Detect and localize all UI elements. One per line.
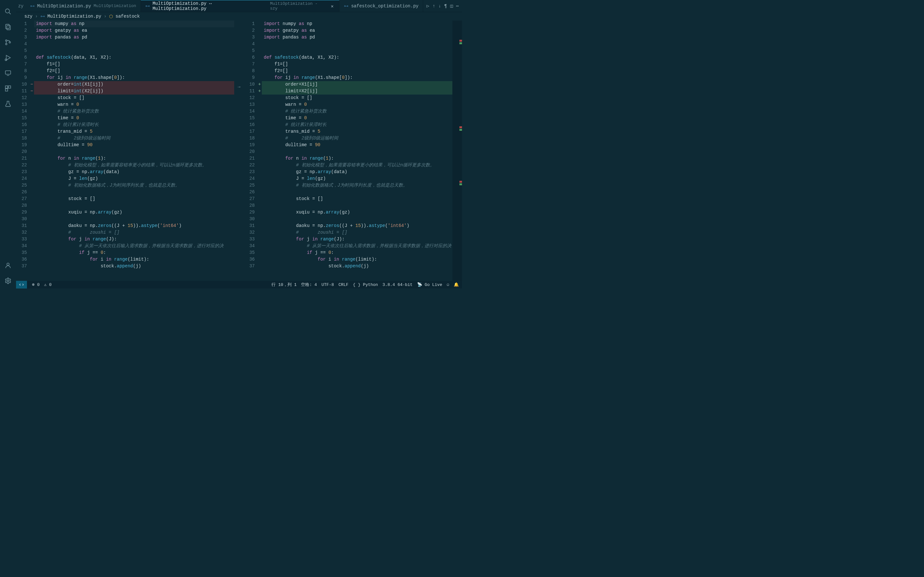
diff-right-pane[interactable]: 1234567891011121314151617181920212223242… — [244, 21, 462, 281]
remote-explorer-icon[interactable] — [3, 69, 13, 77]
status-notifications-icon[interactable]: 🔔 — [454, 282, 459, 287]
code-line[interactable]: dulltime = 90 — [34, 142, 234, 148]
breadcrumb-folder[interactable]: szy — [24, 14, 32, 19]
prev-change-icon[interactable]: ↑ — [433, 3, 435, 9]
code-line[interactable] — [262, 41, 452, 47]
code-line[interactable]: J = len(gz) — [34, 175, 234, 182]
code-line[interactable]: gz = np.array(data) — [262, 169, 452, 175]
code-left[interactable]: import numpy as npimport geatpy as eaimp… — [34, 21, 234, 281]
code-line[interactable]: xuqiu = np.array(gz) — [262, 209, 452, 216]
code-line[interactable]: order=X1[ij] — [262, 81, 452, 88]
code-line[interactable]: trans_mid = 5 — [262, 128, 452, 135]
split-editor-icon[interactable]: ◫ — [450, 3, 453, 9]
test-icon[interactable] — [3, 99, 13, 108]
status-indent[interactable]: 空格: 4 — [301, 282, 317, 287]
code-line[interactable]: stock.append(j) — [34, 263, 234, 269]
code-line[interactable]: for ij in range(X1.shape[0]): — [34, 74, 234, 81]
tab-diff-multioptimization[interactable]: ⧟ MultiOptimization.py ↔ MultiOptimizati… — [141, 0, 339, 12]
status-eol[interactable]: CRLF — [338, 282, 349, 287]
minimap[interactable] — [452, 21, 462, 281]
code-line[interactable]: if j == 0: — [34, 250, 234, 256]
status-feedback-icon[interactable]: ☺ — [447, 282, 449, 287]
source-control-icon[interactable] — [3, 38, 13, 47]
code-line[interactable] — [34, 202, 234, 209]
status-errors[interactable]: ⊗ 0 — [32, 282, 39, 287]
code-line[interactable]: # 初始化模型，如果需要容错率更小的结果，可以让n循环更多次数。 — [34, 162, 234, 169]
code-line[interactable]: xuqiu = np.array(gz) — [34, 209, 234, 216]
code-line[interactable]: import pandas as pd — [262, 34, 452, 41]
status-language[interactable]: { } Python — [353, 282, 378, 287]
code-line[interactable]: # 从第一天依次往后输入需求数据，并根据当天需求数据，进行对应的决 — [34, 243, 234, 250]
account-icon[interactable] — [3, 261, 13, 270]
code-line[interactable]: import geatpy as ea — [34, 27, 234, 34]
code-line[interactable]: for n in range(1): — [262, 155, 452, 162]
code-line[interactable]: def safestock(data, X1, X2): — [34, 54, 234, 61]
code-line[interactable]: # 2级到3级运输时间 — [262, 135, 452, 142]
code-line[interactable]: import pandas as pd — [34, 34, 234, 41]
search-icon[interactable] — [3, 7, 13, 16]
code-line[interactable]: stock = [] — [262, 195, 452, 202]
code-line[interactable]: # 初始化模型，如果需要容错率更小的结果，可以让n循环更多次数。 — [262, 162, 452, 169]
explorer-icon[interactable] — [3, 23, 13, 31]
code-line[interactable]: stock.append(j) — [262, 263, 452, 269]
status-go-live[interactable]: 📡 Go Live — [417, 282, 442, 287]
code-right[interactable]: import numpy as npimport geatpy as eaimp… — [262, 21, 452, 281]
tab-multioptimization[interactable]: ⧟ MultiOptimization.py MultiOptimization — [26, 0, 141, 12]
code-line[interactable] — [262, 216, 452, 222]
more-icon[interactable]: ⋯ — [456, 3, 459, 9]
code-line[interactable]: time = 0 — [34, 115, 234, 121]
status-warnings[interactable]: ⚠ 0 — [44, 282, 51, 287]
code-line[interactable] — [34, 47, 234, 54]
diff-left-pane[interactable]: 1234567891011121314151617181920212223242… — [16, 21, 234, 281]
code-line[interactable] — [34, 41, 234, 47]
code-line[interactable]: # 2级到3级运输时间 — [34, 135, 234, 142]
code-line[interactable]: # 统计累计呆滞时长 — [262, 121, 452, 128]
code-line[interactable] — [262, 202, 452, 209]
code-line[interactable]: warn = 0 — [34, 101, 234, 108]
code-line[interactable] — [262, 189, 452, 195]
code-line[interactable]: # 统计紧急补货次数 — [34, 108, 234, 115]
code-line[interactable]: for j in range(J): — [34, 236, 234, 243]
code-line[interactable]: f2=[] — [262, 68, 452, 74]
code-line[interactable]: # zoushi = [] — [262, 229, 452, 236]
next-change-icon[interactable]: ↓ — [438, 3, 441, 9]
code-line[interactable]: f1=[] — [262, 61, 452, 68]
diff-action-arrow[interactable]: → — [234, 21, 244, 281]
code-line[interactable]: # 统计累计呆滞时长 — [34, 121, 234, 128]
code-line[interactable]: # 从第一天依次往后输入需求数据，并根据当天需求数据，进行对应的决 — [262, 243, 452, 250]
code-line[interactable]: import geatpy as ea — [262, 27, 452, 34]
code-line[interactable]: trans_mid = 5 — [34, 128, 234, 135]
close-icon[interactable]: ✕ — [330, 3, 335, 9]
code-line[interactable]: daoku = np.zeros((J + 15)).astype('int64… — [34, 222, 234, 229]
code-line[interactable]: stock = [] — [262, 95, 452, 101]
breadcrumb[interactable]: szy › ⧟ MultiOptimization.py › ⬡ safesto… — [16, 12, 462, 21]
code-line[interactable] — [262, 148, 452, 155]
code-line[interactable] — [34, 189, 234, 195]
code-line[interactable]: for n in range(1): — [34, 155, 234, 162]
code-line[interactable]: # 统计紧急补货次数 — [262, 108, 452, 115]
code-line[interactable]: def safestock(data, X1, X2): — [262, 54, 452, 61]
code-line[interactable]: import numpy as np — [262, 21, 452, 27]
code-line[interactable]: for ij in range(X1.shape[0]): — [262, 74, 452, 81]
code-line[interactable]: for i in range(limit): — [262, 256, 452, 263]
code-line[interactable]: dulltime = 90 — [262, 142, 452, 148]
code-line[interactable]: limit=X2[ij] — [262, 88, 452, 95]
remote-indicator[interactable] — [16, 281, 27, 288]
code-line[interactable]: stock = [] — [34, 95, 234, 101]
status-encoding[interactable]: UTF-8 — [321, 282, 334, 287]
code-line[interactable] — [34, 216, 234, 222]
code-line[interactable]: order=int(X1[ij]) — [34, 81, 234, 88]
code-line[interactable]: # zoushi = [] — [34, 229, 234, 236]
code-line[interactable]: if j == 0: — [262, 250, 452, 256]
status-cursor-pos[interactable]: 行 10，列 1 — [271, 282, 296, 287]
code-line[interactable]: daoku = np.zeros((J + 15)).astype('int64… — [262, 222, 452, 229]
extensions-icon[interactable] — [3, 84, 13, 93]
code-line[interactable]: gz = np.array(data) — [34, 169, 234, 175]
breadcrumb-file[interactable]: MultiOptimization.py — [47, 14, 102, 19]
code-line[interactable] — [34, 148, 234, 155]
tab-safestock-optimization[interactable]: ⧟ safestock_optimization.py — [339, 0, 423, 12]
code-line[interactable]: warn = 0 — [262, 101, 452, 108]
code-line[interactable]: f2=[] — [34, 68, 234, 74]
code-line[interactable]: # 初始化数据格式，J为时间序列长度，也就是总天数。 — [34, 182, 234, 189]
code-line[interactable]: limit=int(X2[ij]) — [34, 88, 234, 95]
